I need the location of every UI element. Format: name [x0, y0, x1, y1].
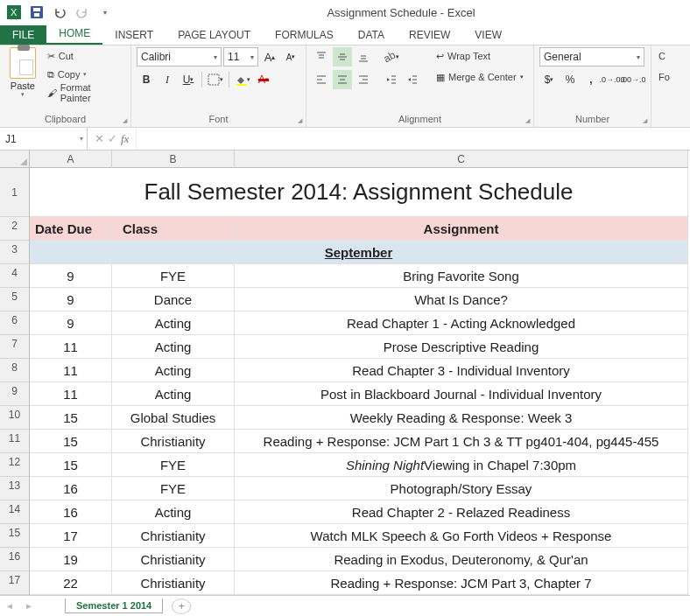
- accounting-button[interactable]: $▾: [539, 70, 559, 89]
- cell-date[interactable]: 9: [30, 288, 112, 312]
- cell-class[interactable]: Dance: [112, 288, 235, 312]
- cell-date[interactable]: 11: [30, 359, 112, 382]
- row-header-13[interactable]: 13: [0, 477, 30, 500]
- number-format-select[interactable]: General▾: [539, 47, 644, 66]
- tab-view[interactable]: VIEW: [462, 25, 514, 45]
- row-header-16[interactable]: 16: [0, 548, 30, 571]
- conditional-partial[interactable]: C: [657, 47, 667, 65]
- cell-date[interactable]: 16: [30, 477, 112, 500]
- bold-button[interactable]: B: [137, 70, 156, 89]
- sheet-title[interactable]: Fall Semester 2014: Assignment Schedule: [30, 168, 688, 217]
- cell-date[interactable]: 22: [30, 571, 112, 595]
- enter-icon[interactable]: ✓: [108, 132, 117, 145]
- cell-date[interactable]: 16: [30, 500, 112, 524]
- wrap-text-button[interactable]: ↩Wrap Text: [434, 47, 525, 65]
- align-left-button[interactable]: [312, 70, 331, 89]
- borders-button[interactable]: ▾: [206, 70, 225, 89]
- header-date-due[interactable]: Date Due: [30, 217, 112, 241]
- cell-assignment[interactable]: Watch MLK Speech & Go Forth Videos + Res…: [235, 524, 688, 548]
- header-assignment[interactable]: Assignment: [235, 217, 688, 241]
- redo-icon[interactable]: [72, 3, 93, 22]
- format-partial[interactable]: Fo: [657, 68, 672, 86]
- cell-class[interactable]: Acting: [112, 335, 235, 359]
- percent-button[interactable]: %: [560, 70, 580, 89]
- cell-class[interactable]: Christianity: [112, 548, 235, 571]
- cell-class[interactable]: FYE: [112, 453, 235, 477]
- row-header-14[interactable]: 14: [0, 500, 30, 524]
- row-header-1[interactable]: 1: [0, 168, 30, 217]
- cell-assignment[interactable]: Bring Favorite Song: [235, 264, 688, 288]
- cell-assignment[interactable]: Reading + Response: JCM Part 3, Chapter …: [235, 571, 688, 595]
- sheet-tab-active[interactable]: Semester 1 2014: [65, 598, 163, 613]
- cell-assignment[interactable]: Photograph/Story Essay: [235, 477, 688, 500]
- cell-assignment[interactable]: Shining Night Viewing in Chapel 7:30pm: [235, 453, 688, 477]
- undo-icon[interactable]: [49, 3, 70, 22]
- excel-icon[interactable]: X: [4, 3, 25, 22]
- align-middle-button[interactable]: [333, 47, 352, 66]
- col-header-c[interactable]: C: [235, 150, 688, 168]
- row-header-10[interactable]: 10: [0, 406, 30, 430]
- cell-date[interactable]: 19: [30, 548, 112, 571]
- increase-indent-button[interactable]: [403, 70, 422, 89]
- cell-class[interactable]: FYE: [112, 264, 235, 288]
- cell-class[interactable]: Acting: [112, 359, 235, 382]
- cell-assignment[interactable]: Reading in Exodus, Deuteronomy, & Qur'an: [235, 548, 688, 571]
- sheet-nav-first[interactable]: ◄: [0, 601, 19, 611]
- row-header-12[interactable]: 12: [0, 453, 30, 477]
- tab-review[interactable]: REVIEW: [397, 25, 462, 45]
- cell-class[interactable]: Acting: [112, 312, 235, 335]
- row-header-8[interactable]: 8: [0, 359, 30, 382]
- orientation-button[interactable]: ab▾: [382, 47, 401, 66]
- add-sheet-button[interactable]: +: [172, 598, 191, 614]
- header-class[interactable]: Class: [112, 217, 235, 241]
- tab-data[interactable]: DATA: [346, 25, 397, 45]
- format-painter-button[interactable]: 🖌Format Painter: [46, 84, 125, 102]
- fill-color-button[interactable]: ▾: [233, 70, 252, 89]
- underline-button[interactable]: U▾: [179, 70, 198, 89]
- cell-class[interactable]: Christianity: [112, 524, 235, 548]
- font-name-select[interactable]: Calibri▾: [137, 47, 222, 66]
- cell-date[interactable]: 15: [30, 453, 112, 477]
- align-center-button[interactable]: [333, 70, 352, 89]
- increase-decimal-button[interactable]: .0→.00: [602, 70, 622, 89]
- cell-date[interactable]: 17: [30, 524, 112, 548]
- cancel-icon[interactable]: ✕: [95, 132, 104, 145]
- cell-date[interactable]: 15: [30, 406, 112, 430]
- cell-assignment[interactable]: Prose Descriptive Reading: [235, 335, 688, 359]
- decrease-decimal-button[interactable]: .00→.0: [623, 70, 643, 89]
- fx-icon[interactable]: fx: [121, 132, 129, 146]
- cell-class[interactable]: Acting: [112, 500, 235, 524]
- grow-font-button[interactable]: A▴: [260, 47, 279, 66]
- copy-button[interactable]: ⧉Copy▾: [46, 66, 125, 83]
- cell-assignment[interactable]: Read Chapter 2 - Relazed Readiness: [235, 500, 688, 524]
- save-icon[interactable]: [26, 3, 47, 22]
- align-bottom-button[interactable]: [354, 47, 373, 66]
- sheet-nav-prev[interactable]: ►: [19, 601, 39, 611]
- cell-class[interactable]: Acting: [112, 382, 235, 406]
- cell-assignment[interactable]: Read Chapter 3 - Individual Inventory: [235, 359, 688, 382]
- merge-center-button[interactable]: ▦Merge & Center▾: [434, 68, 525, 86]
- align-right-button[interactable]: [354, 70, 373, 89]
- file-tab[interactable]: FILE: [0, 25, 46, 45]
- month-header[interactable]: September: [30, 241, 688, 264]
- cell-class[interactable]: Christianity: [112, 430, 235, 453]
- col-header-a[interactable]: A: [30, 150, 112, 168]
- cell-class[interactable]: Global Studies: [112, 406, 235, 430]
- row-header-17[interactable]: 17: [0, 571, 30, 595]
- tab-insert[interactable]: INSERT: [102, 25, 165, 45]
- formula-input[interactable]: [136, 128, 690, 150]
- tab-formulas[interactable]: FORMULAS: [263, 25, 346, 45]
- row-header-9[interactable]: 9: [0, 382, 30, 406]
- shrink-font-button[interactable]: A▾: [281, 47, 300, 66]
- row-header-5[interactable]: 5: [0, 288, 30, 312]
- cell-date[interactable]: 11: [30, 382, 112, 406]
- align-top-button[interactable]: [312, 47, 331, 66]
- spreadsheet-grid[interactable]: A B C 1 Fall Semester 2014: Assignment S…: [0, 150, 690, 595]
- cell-assignment[interactable]: Reading + Response: JCM Part 1 Ch 3 & TT…: [235, 430, 688, 453]
- row-header-3[interactable]: 3: [0, 241, 30, 264]
- cell-assignment[interactable]: Post in Blackboard Journal - Individual …: [235, 382, 688, 406]
- row-header-7[interactable]: 7: [0, 335, 30, 359]
- cell-class[interactable]: Christianity: [112, 571, 235, 595]
- cell-date[interactable]: 9: [30, 264, 112, 288]
- cut-button[interactable]: ✂Cut: [46, 47, 125, 65]
